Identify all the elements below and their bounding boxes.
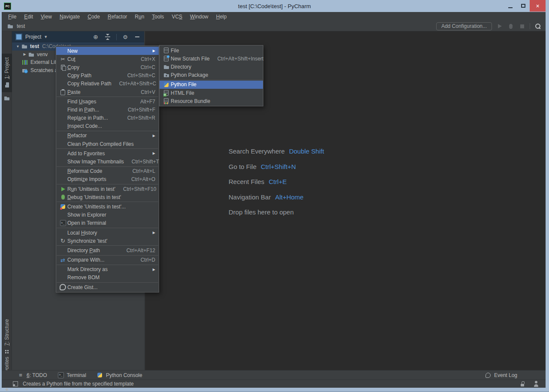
tool-window-button-6-todo[interactable]: 6: TODO [17,372,47,379]
context-menu-item-paste[interactable]: PasteCtrl+V [56,88,159,96]
context-menu-item-run-unittests-in-test[interactable]: Run 'Unittests in test'Ctrl+Shift+F10 [56,185,159,193]
menubar-help[interactable]: Help [212,12,231,21]
label: Local History [67,230,97,236]
label: Directory Path [67,247,100,253]
lock-icon[interactable] [519,380,526,387]
context-menu-item-show-image-thumbnails[interactable]: Show Image ThumbnailsCtrl+Shift+T [56,157,159,166]
menu-item-icon-slot [58,256,67,263]
menubar-file[interactable]: File [4,12,20,21]
menubar-refactor[interactable]: Refactor [104,12,131,21]
submenu-item-directory[interactable]: Directory [160,63,263,71]
menubar-window[interactable]: Window [186,12,212,21]
hide-panel-icon[interactable] [134,33,141,40]
project-header-title[interactable]: Project [25,34,41,40]
label: Debug 'Unittests in test' [67,194,121,200]
context-menu-item-clean-python-compiled-files[interactable]: Clean Python Compiled Files [56,140,159,148]
python-icon [163,81,170,88]
context-menu-item-reformat-code[interactable]: Reformat CodeCtrl+Alt+L [56,167,159,175]
chevron-down-icon[interactable]: ▼ [44,35,48,39]
label: Find Usages [67,99,96,105]
submenu-arrow-icon: ▶ [153,151,155,155]
breadcrumb[interactable]: test [2,23,25,30]
expander-expanded-icon[interactable]: ▼ [15,45,21,48]
context-menu: New▶CutCtrl+XCopyCtrl+CCopy PathCtrl+Shi… [56,45,159,292]
context-menu-item-find-in-path[interactable]: Find in Path...Ctrl+Shift+F [56,106,159,114]
debug-icon[interactable] [507,23,514,30]
tool-window-tab-structure[interactable]: 7: Structure [2,317,12,357]
context-menu-item-show-in-explorer[interactable]: Show in Explorer [56,211,159,219]
expander-collapsed-icon[interactable]: ▶ [21,52,28,56]
context-menu-item-copy-path[interactable]: Copy PathCtrl+Shift+C [56,72,159,80]
context-menu-item-refactor[interactable]: Refactor▶ [56,132,159,140]
context-menu-item-inspect-code[interactable]: Inspect Code... [56,122,159,130]
context-menu-item-optimize-imports[interactable]: Optimize ImportsCtrl+Alt+O [56,175,159,184]
menu-item-icon-slot [162,47,171,54]
toggle-toolwindow-bar-icon[interactable] [12,380,19,387]
context-menu-item-compare-with[interactable]: Compare With...Ctrl+D [56,256,159,264]
tool-window-button-event-log[interactable]: Event Log [485,372,517,379]
menubar-vcs[interactable]: VCS [168,12,186,21]
stop-icon[interactable] [519,23,525,30]
label: File [171,48,179,54]
collapse-all-icon[interactable] [104,33,111,40]
context-menu-item-create-gist[interactable]: Create Gist... [56,283,159,291]
todo-list-icon [17,372,24,379]
hint-label: Drop files here to open [229,208,294,216]
menubar-code[interactable]: Code [84,12,104,21]
gear-icon[interactable] [122,33,129,40]
submenu-item-python-file[interactable]: Python File [160,81,263,89]
context-menu-item-create-unittests-in-test[interactable]: Create 'Unittests in test'... [56,202,159,211]
close-button[interactable]: × [530,0,546,12]
context-menu-item-remove-bom[interactable]: Remove BOM [56,274,159,282]
label: Paste [67,89,81,95]
folder-icon [21,43,28,50]
context-menu-item-synchronize-test[interactable]: Synchronize 'test' [56,237,159,245]
label: Navigate [60,14,80,20]
python-icon [97,372,103,379]
run-icon[interactable] [496,23,503,30]
context-menu-item-open-in-terminal[interactable]: Open in Terminal [56,219,159,227]
context-menu-item-debug-unittests-in-test[interactable]: Debug 'Unittests in test' [56,193,159,201]
submenu-item-resource-bundle[interactable]: Resource Bundle [160,97,263,105]
tool-window-tab-project[interactable]: 1: Project [2,54,12,92]
inspector-profile-icon[interactable] [533,380,540,387]
submenu-arrow-icon: ▶ [153,49,155,53]
menubar-view[interactable]: View [37,12,56,21]
project-folder-icon[interactable] [3,95,10,102]
label: Terminal [67,372,86,378]
add-configuration-button[interactable]: Add Configuration... [436,22,492,30]
menu-item-icon-slot [162,63,171,70]
context-menu-item-new[interactable]: New▶ [56,47,159,55]
submenu-arrow-icon: ▶ [153,134,155,138]
submenu-item-new-scratch-file[interactable]: New Scratch FileCtrl+Alt+Shift+Insert [160,54,263,63]
label: Python Package [171,72,208,78]
context-menu-item-add-to-favorites[interactable]: Add to Favorites▶ [56,149,159,157]
context-menu-item-mark-directory-as[interactable]: Mark Directory as▶ [56,265,159,274]
context-menu-item-find-usages[interactable]: Find UsagesAlt+F7 [56,97,159,106]
submenu-item-html-file[interactable]: HTML File [160,89,263,97]
submenu-item-file[interactable]: File [160,46,263,54]
status-bar: Creates a Python file from the specified… [2,380,546,388]
context-menu-item-cut[interactable]: CutCtrl+X [56,55,159,63]
context-menu-item-local-history[interactable]: Local History▶ [56,229,159,237]
tool-window-button-python-console[interactable]: Python Console [97,372,142,379]
menu-item-shortcut: Ctrl+Shift+C [120,72,155,78]
context-menu-item-directory-path[interactable]: Directory PathCtrl+Alt+F12 [56,246,159,254]
menubar-run[interactable]: Run [131,12,148,21]
copy-icon [60,64,66,71]
context-menu-item-copy[interactable]: CopyCtrl+C [56,63,159,71]
search-icon[interactable] [534,23,541,30]
menu-item-icon-slot [58,203,67,210]
label: Compare With... [67,257,105,263]
maximize-button[interactable] [517,0,530,12]
tool-window-button-terminal[interactable]: Terminal [57,372,86,379]
locate-icon[interactable] [92,33,99,40]
label: Create Gist... [67,284,98,290]
menubar-navigate[interactable]: Navigate [56,12,84,21]
submenu-item-python-package[interactable]: Python Package [160,71,263,79]
context-menu-item-replace-in-path[interactable]: Replace in Path...Ctrl+Shift+R [56,114,159,122]
context-menu-item-copy-relative-path[interactable]: Copy Relative PathCtrl+Alt+Shift+C [56,80,159,88]
minimize-button[interactable] [504,0,517,12]
menubar-edit[interactable]: Edit [20,12,37,21]
menubar-tools[interactable]: Tools [148,12,168,21]
